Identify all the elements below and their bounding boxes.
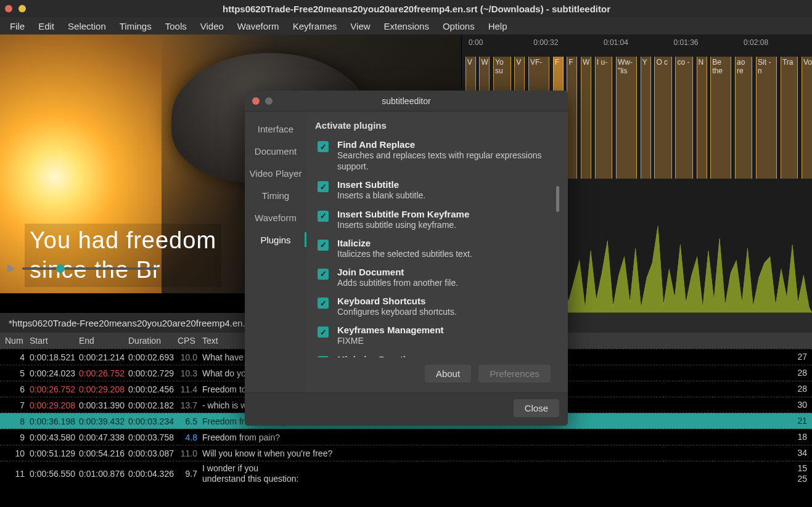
plugin-item[interactable]: ✓Keyboard ShortcutsConfigures keyboard s…: [315, 292, 559, 321]
col-start[interactable]: Start: [27, 336, 76, 346]
cell-length: 21: [785, 416, 810, 426]
cell: 0:00:03.758: [126, 432, 175, 442]
cell: 0:00:54.216: [76, 448, 126, 458]
waveform-segment[interactable]: Tra: [781, 57, 798, 179]
plugin-item[interactable]: ✓Minimize DurationSets subtitle duration…: [315, 351, 559, 358]
plugin-item[interactable]: ✓ItalicizeItalicizes the selected subtit…: [315, 234, 559, 263]
tab-label[interactable]: *https0620Trade-Free20means20you20are20f…: [9, 318, 256, 328]
cell-length: 27: [785, 352, 810, 362]
menu-timings[interactable]: Timings: [113, 18, 158, 34]
waveform-segment[interactable]: I u-: [595, 57, 612, 179]
plugin-checkbox[interactable]: ✓: [318, 356, 329, 358]
prefs-tab-plugins[interactable]: Plugins: [245, 229, 306, 251]
plugin-list[interactable]: ✓Find And ReplaceSearches and replaces t…: [315, 136, 559, 357]
plugin-item[interactable]: ✓Insert Subtitle From KeyframeInserts su…: [315, 205, 559, 234]
play-icon[interactable]: [7, 264, 15, 273]
col-end[interactable]: End: [76, 336, 126, 346]
table-row[interactable]: 110:00:56.5500:01:00.8760:00:04.3269.7I …: [0, 461, 812, 485]
plugin-desc: Inserts a blank subtitle.: [337, 190, 425, 201]
waveform-segment[interactable]: co -: [675, 57, 692, 179]
cell-text: Will you know it when you're free?: [200, 448, 785, 458]
plugin-checkbox[interactable]: ✓: [318, 240, 329, 251]
waveform-segment[interactable]: Y: [641, 57, 651, 179]
cell: 0:00:03.087: [126, 448, 175, 458]
plugin-title: Insert Subtitle From Keyframe: [337, 209, 469, 219]
plugin-checkbox[interactable]: ✓: [318, 298, 329, 309]
prefs-tab-video-player[interactable]: Video Player: [245, 162, 306, 184]
waveform-segment[interactable]: Vo: [802, 57, 812, 179]
plugin-item[interactable]: ✓Join DocumentAdds subtitles from anothe…: [315, 263, 559, 292]
plugin-title: Insert Subtitle: [337, 179, 425, 190]
plugin-item[interactable]: ✓Insert SubtitleInserts a blank subtitle…: [315, 176, 559, 205]
dialog-close-icon[interactable]: [252, 97, 260, 105]
table-row[interactable]: 100:00:51.1290:00:54.2160:00:03.08711.0W…: [0, 445, 812, 461]
dialog-title: subtitleeditor: [382, 96, 430, 106]
col-cps[interactable]: CPS: [175, 336, 200, 346]
plugin-scrollbar[interactable]: [556, 186, 559, 212]
col-num[interactable]: Num: [2, 336, 27, 346]
about-button[interactable]: About: [425, 365, 471, 383]
cell: 9: [2, 432, 27, 442]
plugin-item[interactable]: ✓Keyframes ManagementFIXME: [315, 321, 559, 350]
plugin-title: Keyboard Shortcuts: [337, 296, 457, 306]
plugin-checkbox[interactable]: ✓: [318, 141, 329, 152]
plugin-checkbox[interactable]: ✓: [318, 269, 329, 280]
window-close-icon[interactable]: [5, 5, 12, 12]
menu-tools[interactable]: Tools: [159, 18, 193, 34]
cell: 0:00:29.208: [27, 400, 76, 410]
plugin-title: Keyframes Management: [337, 325, 444, 335]
prefs-tab-interface[interactable]: Interface: [245, 118, 306, 140]
ruler-tick: 0:01:04: [604, 38, 628, 47]
plugin-desc: Configures keyboard shortcuts.: [337, 306, 457, 317]
menu-options[interactable]: Options: [437, 18, 481, 34]
menu-help[interactable]: Help: [482, 18, 514, 34]
cell-length: 28: [785, 384, 810, 394]
plugin-checkbox[interactable]: ✓: [318, 327, 329, 338]
playhead-slider[interactable]: [22, 267, 158, 270]
cell: 0:00:39.432: [76, 416, 126, 426]
menu-edit[interactable]: Edit: [32, 18, 60, 34]
close-button[interactable]: Close: [514, 399, 559, 417]
menu-waveform[interactable]: Waveform: [231, 18, 285, 34]
window-minimize-icon[interactable]: [18, 5, 26, 12]
cell: 0:00:29.208: [76, 384, 126, 394]
prefs-tab-waveform[interactable]: Waveform: [245, 206, 306, 229]
cell: 4: [2, 352, 27, 362]
waveform-segment[interactable]: F: [567, 57, 577, 179]
dialog-sidebar: InterfaceDocumentVideo PlayerTimingWavef…: [245, 112, 306, 392]
cell: 0:00:47.338: [76, 432, 126, 442]
prefs-tab-document[interactable]: Document: [245, 140, 306, 162]
waveform-segment[interactable]: Be the: [710, 57, 731, 179]
col-duration[interactable]: Duration: [126, 336, 175, 346]
cell: 0:00:31.390: [76, 400, 126, 410]
cell: 6.5: [175, 416, 200, 426]
menu-selection[interactable]: Selection: [62, 18, 112, 34]
plugin-desc: Italicizes the selected subtitles text.: [337, 248, 472, 259]
waveform-segment[interactable]: N: [697, 57, 707, 179]
menu-keyframes[interactable]: Keyframes: [287, 18, 343, 34]
plugin-title: Join Document: [337, 267, 458, 277]
menu-view[interactable]: View: [344, 18, 376, 34]
plugin-checkbox[interactable]: ✓: [318, 181, 329, 192]
prefs-tab-timing[interactable]: Timing: [245, 184, 306, 206]
cell: 0:00:21.214: [76, 352, 126, 362]
plugin-item[interactable]: ✓Find And ReplaceSearches and replaces t…: [315, 136, 559, 176]
menu-extensions[interactable]: Extensions: [378, 18, 435, 34]
plugin-checkbox[interactable]: ✓: [318, 211, 329, 222]
cell-length: 34: [785, 448, 810, 458]
cell: 0:00:36.198: [27, 416, 76, 426]
menu-video[interactable]: Video: [194, 18, 230, 34]
menubar: FileEditSelectionTimingsToolsVideoWavefo…: [0, 17, 812, 34]
cell: 0:01:00.876: [76, 469, 126, 479]
waveform-segment[interactable]: Sit - n: [756, 57, 777, 179]
waveform-segment[interactable]: Ww- "lis: [616, 57, 637, 179]
waveform-ruler: 0:000:00:320:01:040:01:360:02:08: [462, 34, 812, 54]
waveform-segment[interactable]: W: [581, 57, 591, 179]
cell-length: 30: [785, 400, 810, 410]
plugin-desc: Inserts subtitle using keyframe.: [337, 219, 469, 230]
waveform-segment[interactable]: O c: [654, 57, 671, 179]
waveform-segment[interactable]: ao re: [735, 57, 752, 179]
table-row[interactable]: 90:00:43.5800:00:47.3380:00:03.7584.8Fre…: [0, 429, 812, 445]
menu-file[interactable]: File: [4, 18, 31, 34]
cell: 0:00:51.129: [27, 448, 76, 458]
